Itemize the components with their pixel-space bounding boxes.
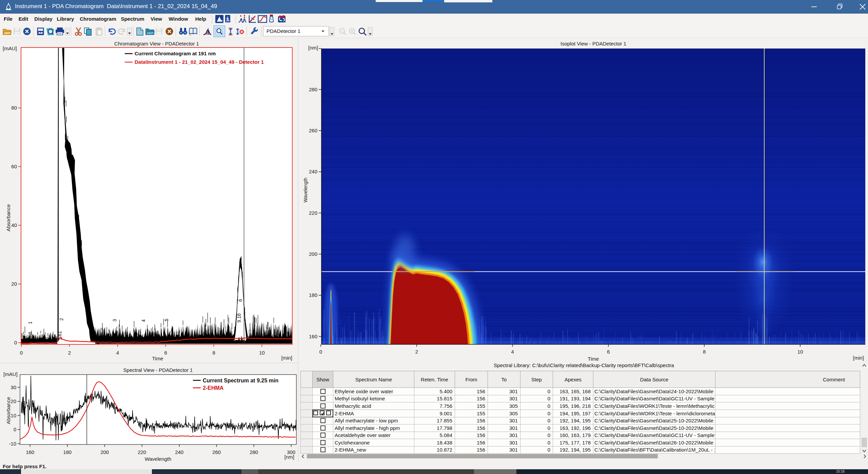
svg-text:10: 10: [11, 413, 16, 418]
svg-text:88: 88: [27, 332, 33, 337]
svg-text:0: 0: [20, 350, 23, 356]
svg-text:220: 220: [309, 210, 317, 216]
svg-text:[mAU]: [mAU]: [3, 371, 18, 377]
svg-text:8: 8: [212, 350, 215, 356]
svg-text:30: 30: [11, 384, 16, 390]
svg-text:Current Spectrum at 9.25 min: Current Spectrum at 9.25 min: [203, 378, 278, 383]
svg-text:2: 2: [415, 349, 418, 355]
svg-text:[nm]: [nm]: [284, 454, 294, 460]
svg-text:[nm]: [nm]: [308, 45, 318, 51]
svg-text:8: 8: [703, 349, 706, 355]
svg-text:220: 220: [138, 449, 146, 455]
svg-text:Wavelength: Wavelength: [145, 456, 172, 462]
svg-text:1: 1: [27, 321, 33, 324]
svg-text:160: 160: [309, 334, 317, 339]
svg-text:40: 40: [11, 222, 17, 228]
svg-text:4: 4: [141, 319, 146, 322]
svg-text:260: 260: [309, 128, 317, 133]
svg-text:4: 4: [116, 350, 119, 356]
svg-text:2-EHMA: 2-EHMA: [203, 385, 224, 391]
svg-text:280: 280: [250, 449, 258, 455]
svg-text:20: 20: [11, 281, 17, 287]
svg-text:260: 260: [212, 449, 221, 455]
svg-text:160: 160: [26, 449, 34, 455]
svg-text:-10: -10: [9, 441, 16, 447]
svg-text:0: 0: [319, 349, 322, 355]
svg-text:240: 240: [175, 449, 183, 455]
svg-text:240: 240: [309, 169, 317, 174]
svg-text:0: 0: [14, 340, 17, 345]
svg-text:[min]: [min]: [281, 355, 292, 361]
svg-text:2: 2: [59, 318, 64, 321]
svg-text:60: 60: [11, 164, 17, 169]
svg-text:280: 280: [309, 87, 317, 92]
svg-text:6: 6: [607, 349, 610, 355]
svg-text:3: 3: [112, 319, 117, 322]
svg-text:Chromatogram View - PDADetecto: Chromatogram View - PDADetector 1: [114, 41, 199, 46]
svg-text:4: 4: [511, 349, 514, 355]
svg-text:20: 20: [11, 398, 16, 404]
svg-text:180: 180: [309, 292, 317, 298]
svg-text:[min]: [min]: [853, 355, 864, 361]
svg-text:Wavelength: Wavelength: [303, 177, 308, 202]
svg-text:5: 5: [164, 319, 169, 321]
svg-text:200: 200: [309, 251, 317, 257]
svg-text:[mAU]: [mAU]: [3, 45, 17, 51]
svg-text:Time: Time: [152, 356, 163, 361]
svg-text:1.61: 1.61: [57, 331, 62, 340]
svg-text:6: 6: [238, 299, 243, 302]
svg-text:Current Chromatogram at 191 nm: Current Chromatogram at 191 nm: [135, 51, 216, 56]
svg-text:10: 10: [797, 349, 803, 355]
svg-text:180: 180: [63, 449, 72, 455]
svg-text:9.16: 9.16: [236, 313, 242, 322]
svg-text:Isoplot View - PDADetector 1: Isoplot View - PDADetector 1: [560, 41, 626, 46]
svg-text:Absorbance: Absorbance: [5, 204, 11, 231]
svg-text:Data\Instrument 1 - 21_02_2024: Data\Instrument 1 - 21_02_2024 15_04_49 …: [135, 59, 264, 65]
svg-text:200: 200: [100, 449, 109, 455]
svg-text:0: 0: [14, 426, 16, 432]
svg-text:80: 80: [11, 105, 17, 111]
svg-text:10: 10: [259, 350, 265, 356]
svg-text:Spectral View - PDADetector 1: Spectral View - PDADetector 1: [123, 367, 193, 373]
svg-text:2: 2: [68, 350, 71, 356]
svg-text:6: 6: [164, 350, 167, 356]
